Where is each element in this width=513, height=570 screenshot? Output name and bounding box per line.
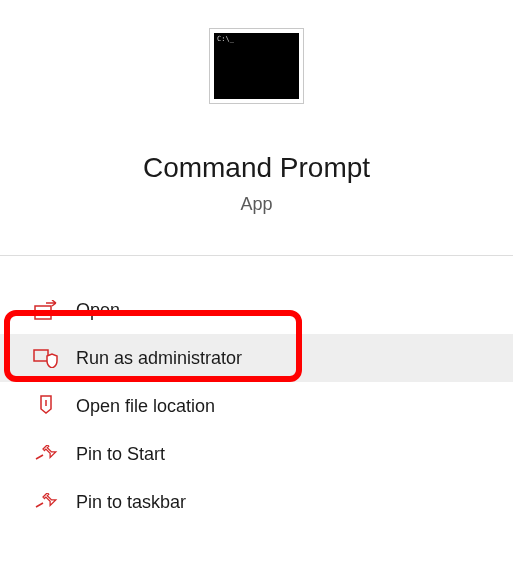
action-run-as-administrator[interactable]: Run as administrator bbox=[0, 334, 513, 382]
action-pin-to-taskbar[interactable]: Pin to taskbar bbox=[0, 478, 513, 526]
app-header: C:\_ Command Prompt App bbox=[0, 0, 513, 255]
app-subtitle: App bbox=[0, 194, 513, 215]
pin-icon bbox=[32, 491, 60, 513]
action-label: Pin to taskbar bbox=[76, 492, 186, 513]
actions-list: Open Run as administrator Open file loca… bbox=[0, 256, 513, 526]
cmd-prompt-glyph: C:\_ bbox=[217, 35, 234, 43]
app-icon: C:\_ bbox=[209, 28, 304, 104]
action-open-file-location[interactable]: Open file location bbox=[0, 382, 513, 430]
action-label: Pin to Start bbox=[76, 444, 165, 465]
svg-line-3 bbox=[36, 455, 43, 459]
action-label: Run as administrator bbox=[76, 348, 242, 369]
admin-shield-icon bbox=[32, 347, 60, 369]
action-open[interactable]: Open bbox=[0, 286, 513, 334]
action-pin-to-start[interactable]: Pin to Start bbox=[0, 430, 513, 478]
open-icon bbox=[32, 299, 60, 321]
svg-line-4 bbox=[36, 503, 43, 507]
action-label: Open file location bbox=[76, 396, 215, 417]
svg-rect-0 bbox=[35, 306, 51, 319]
app-title: Command Prompt bbox=[0, 152, 513, 184]
action-label: Open bbox=[76, 300, 120, 321]
pin-icon bbox=[32, 443, 60, 465]
folder-icon bbox=[32, 395, 60, 417]
svg-rect-1 bbox=[34, 350, 48, 361]
